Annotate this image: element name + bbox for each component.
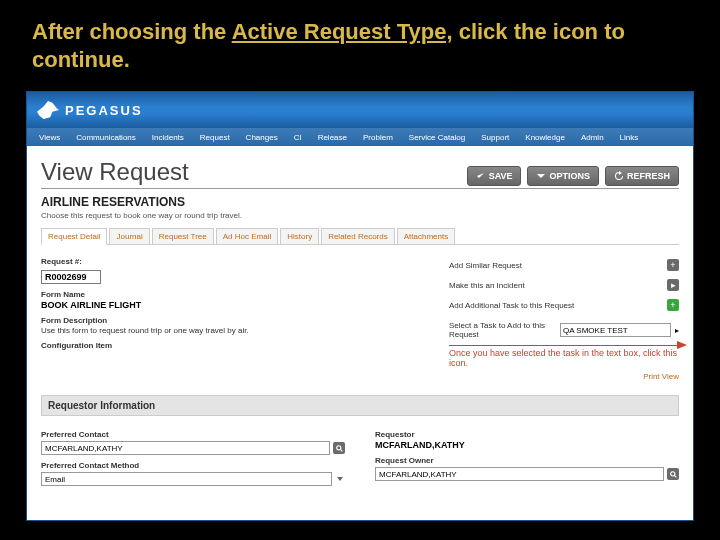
chevron-down-icon xyxy=(536,171,546,181)
page-title: View Request xyxy=(41,158,189,186)
submit-task-icon[interactable]: ▸ xyxy=(675,326,679,335)
preferred-contact-lookup-icon[interactable] xyxy=(333,442,345,454)
app-window: PEGASUS Views Communications Incidents R… xyxy=(26,91,694,521)
add-similar-request-link[interactable]: Add Similar Request xyxy=(449,261,522,270)
requestor-label: Requestor xyxy=(375,430,679,439)
instruction-link: Active Request Type, xyxy=(232,19,453,44)
make-incident-icon[interactable]: ▸ xyxy=(667,279,679,291)
preferred-method-dropdown-icon[interactable] xyxy=(335,477,345,481)
menu-views[interactable]: Views xyxy=(33,133,66,142)
tab-history[interactable]: History xyxy=(280,228,319,244)
form-name: BOOK AIRLINE FLIGHT xyxy=(41,300,429,310)
request-type-desc: Choose this request to book one way or r… xyxy=(41,211,679,220)
save-button[interactable]: SAVE xyxy=(467,166,522,186)
svg-line-3 xyxy=(674,475,676,477)
refresh-label: REFRESH xyxy=(627,171,670,181)
request-number: R0002699 xyxy=(41,270,101,284)
menu-release[interactable]: Release xyxy=(312,133,353,142)
add-task-link[interactable]: Add Additional Task to this Request xyxy=(449,301,574,310)
form-name-label: Form Name xyxy=(41,290,429,299)
menu-problem[interactable]: Problem xyxy=(357,133,399,142)
save-label: SAVE xyxy=(489,171,513,181)
tab-attachments[interactable]: Attachments xyxy=(397,228,455,244)
menu-admin[interactable]: Admin xyxy=(575,133,610,142)
preferred-contact-label: Preferred Contact xyxy=(41,430,345,439)
brand-bar: PEGASUS xyxy=(27,92,693,128)
refresh-icon xyxy=(614,171,624,181)
instruction-pre: After choosing the xyxy=(32,19,232,44)
select-task-label: Select a Task to Add to this Request xyxy=(449,321,556,339)
menu-ci[interactable]: CI xyxy=(288,133,308,142)
instruction-banner: After choosing the Active Request Type, … xyxy=(0,0,720,81)
options-button[interactable]: OPTIONS xyxy=(527,166,599,186)
refresh-button[interactable]: REFRESH xyxy=(605,166,679,186)
brand-name: PEGASUS xyxy=(65,103,143,118)
menu-communications[interactable]: Communications xyxy=(70,133,142,142)
form-desc: Use this form to request round trip or o… xyxy=(41,326,429,335)
menu-request[interactable]: Request xyxy=(194,133,236,142)
menu-knowledge[interactable]: Knowledge xyxy=(519,133,571,142)
tab-journal[interactable]: Journal xyxy=(109,228,149,244)
preferred-method-field[interactable]: Email xyxy=(41,472,332,486)
tab-adhoc-email[interactable]: Ad Hoc Email xyxy=(216,228,278,244)
tab-related-records[interactable]: Related Records xyxy=(321,228,395,244)
tab-request-tree[interactable]: Request Tree xyxy=(152,228,214,244)
options-label: OPTIONS xyxy=(549,171,590,181)
action-buttons: SAVE OPTIONS REFRESH xyxy=(467,166,679,186)
print-view-link[interactable]: Print View xyxy=(449,372,679,381)
requestor-value: MCFARLAND,KATHY xyxy=(375,440,679,450)
owner-lookup-icon[interactable] xyxy=(667,468,679,480)
add-similar-icon[interactable]: + xyxy=(667,259,679,271)
detail-right-column: Add Similar Request+ Make this an Incide… xyxy=(449,251,679,381)
svg-line-1 xyxy=(340,449,342,451)
request-number-label: Request #: xyxy=(41,257,429,266)
owner-label: Request Owner xyxy=(375,456,679,465)
preferred-contact-field[interactable]: MCFARLAND,KATHY xyxy=(41,441,330,455)
preferred-method-label: Preferred Contact Method xyxy=(41,461,345,470)
config-item-label: Configuration Item xyxy=(41,341,429,350)
pegasus-logo-icon xyxy=(37,101,59,119)
detail-left-column: Request #: R0002699 Form Name BOOK AIRLI… xyxy=(41,251,429,381)
menu-links[interactable]: Links xyxy=(614,133,645,142)
callout-text: Once you have selected the task in the t… xyxy=(449,345,679,368)
menu-support[interactable]: Support xyxy=(475,133,515,142)
tab-request-detail[interactable]: Request Detail xyxy=(41,228,107,245)
menu-changes[interactable]: Changes xyxy=(240,133,284,142)
form-desc-label: Form Description xyxy=(41,316,429,325)
select-task-input[interactable] xyxy=(560,323,671,337)
requestor-section-header: Requestor Information xyxy=(41,395,679,416)
request-type: AIRLINE RESERVATIONS xyxy=(41,195,679,209)
menu-incidents[interactable]: Incidents xyxy=(146,133,190,142)
add-task-icon[interactable]: + xyxy=(667,299,679,311)
check-icon xyxy=(476,171,486,181)
tab-bar: Request Detail Journal Request Tree Ad H… xyxy=(41,228,679,245)
main-menu: Views Communications Incidents Request C… xyxy=(27,128,693,146)
menu-service-catalog[interactable]: Service Catalog xyxy=(403,133,471,142)
owner-field[interactable]: MCFARLAND,KATHY xyxy=(375,467,664,481)
make-incident-link[interactable]: Make this an Incident xyxy=(449,281,525,290)
